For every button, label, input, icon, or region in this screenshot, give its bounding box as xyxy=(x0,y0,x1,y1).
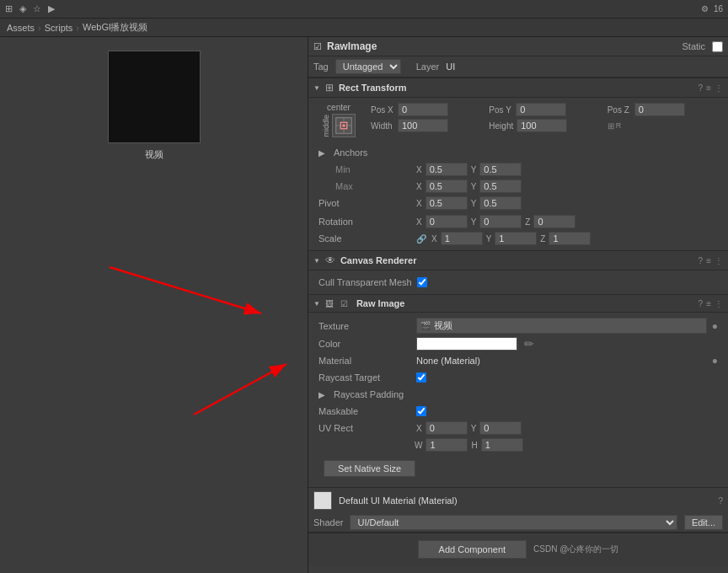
canvas-renderer-body: Cull Transparent Mesh xyxy=(308,270,728,294)
max-x-label: X xyxy=(416,182,422,191)
play-icon[interactable]: ▶ xyxy=(48,3,55,14)
maskable-row: Maskable xyxy=(313,403,723,420)
max-y-input[interactable] xyxy=(479,179,522,193)
maskable-checkbox[interactable] xyxy=(416,406,426,416)
min-x-input[interactable] xyxy=(426,163,468,176)
expand-icon[interactable]: ⊞ xyxy=(608,121,614,131)
question-icon[interactable]: ? xyxy=(699,83,704,93)
uv-wh-row: W H xyxy=(313,436,723,453)
uv-h-input[interactable] xyxy=(481,438,523,452)
min-y-input[interactable] xyxy=(479,163,522,176)
pivot-y-label: Y xyxy=(471,199,477,208)
uv-x-input[interactable] xyxy=(426,421,468,435)
scale-z-label: Z xyxy=(540,234,545,244)
pivot-y-input[interactable] xyxy=(479,196,522,210)
static-checkbox[interactable] xyxy=(712,41,723,52)
breadcrumb-part-0[interactable]: Assets xyxy=(7,23,35,33)
tag-select[interactable]: Untagged xyxy=(335,59,401,74)
raw-image-section-header[interactable]: ▼ 🖼 ☑ Raw Image ? ≡ ⋮ xyxy=(308,294,728,313)
pos-x-label: Pos X xyxy=(371,105,394,115)
video-label: 视频 xyxy=(145,148,163,161)
raycast-target-checkbox[interactable] xyxy=(416,372,426,383)
rawimage-checkbox[interactable]: ☑ xyxy=(313,41,322,52)
cr-settings-icon[interactable]: ≡ xyxy=(706,256,711,265)
min-label: Min xyxy=(318,164,411,174)
pos-z-field: Pos Z xyxy=(608,103,723,116)
width-input[interactable] xyxy=(398,119,448,132)
pos-y-label: Pos Y xyxy=(489,105,512,115)
rot-x-input[interactable] xyxy=(426,215,468,228)
rot-z-input[interactable] xyxy=(533,215,575,228)
breadcrumb-sep-1: › xyxy=(76,23,79,33)
uv-rect-values: X Y xyxy=(416,421,522,435)
ri-settings-icon[interactable]: ≡ xyxy=(706,299,711,308)
rotation-xyz: X Y Z xyxy=(416,215,575,228)
scale-x-input[interactable] xyxy=(441,232,483,245)
breadcrumb-part-1[interactable]: Scripts xyxy=(45,23,73,33)
anchors-min-row: Min X Y xyxy=(313,161,723,178)
material-select-icon[interactable]: ● xyxy=(712,355,718,367)
layer-value: UI xyxy=(446,62,455,72)
set-native-size-container: Set Native Size xyxy=(313,453,723,484)
pivot-x-input[interactable] xyxy=(426,196,468,210)
scale-y-input[interactable] xyxy=(495,232,537,245)
breadcrumb-part-2[interactable]: WebGl播放视频 xyxy=(83,21,147,34)
canvas-renderer-actions: ? ≡ ⋮ xyxy=(699,256,723,265)
anchors-triangle[interactable]: ▶ xyxy=(318,148,325,158)
material-thumb xyxy=(313,491,332,510)
shader-edit-button[interactable]: Edit... xyxy=(684,515,723,530)
shader-label: Shader xyxy=(313,517,343,527)
scale-z-input[interactable] xyxy=(549,232,591,245)
canvas-renderer-triangle: ▼ xyxy=(313,257,320,265)
pivot-x-label: X xyxy=(416,199,422,208)
material-question-icon[interactable]: ? xyxy=(718,496,723,506)
anchor-diagram[interactable] xyxy=(332,114,356,137)
scale-y-label: Y xyxy=(486,234,492,244)
star-icon[interactable]: ☆ xyxy=(33,3,41,14)
add-component-button[interactable]: Add Component xyxy=(418,540,527,559)
rect-transform-section-header[interactable]: ▼ ⊞ Rect Transform ? ≡ ⋮ xyxy=(308,78,728,98)
material-label: Material xyxy=(318,356,411,366)
grid-icon[interactable]: ⊞ xyxy=(5,3,13,14)
ri-more-icon[interactable]: ⋮ xyxy=(715,299,723,308)
cr-question-icon[interactable]: ? xyxy=(699,256,704,265)
uv-w-input[interactable] xyxy=(426,438,468,452)
diamond-icon[interactable]: ◈ xyxy=(19,3,26,14)
uv-y-input[interactable] xyxy=(479,421,522,435)
set-native-size-button[interactable]: Set Native Size xyxy=(324,460,415,477)
pos-z-input[interactable] xyxy=(634,103,685,116)
width-field: Width xyxy=(371,119,486,132)
raycast-padding-label: Raycast Padding xyxy=(334,389,426,399)
layers-icon[interactable]: ⚙ xyxy=(701,4,709,13)
max-y-label: Y xyxy=(471,182,477,191)
more-icon[interactable]: ⋮ xyxy=(715,83,723,93)
height-input[interactable] xyxy=(517,119,567,132)
settings-icon[interactable]: ≡ xyxy=(706,83,711,93)
color-swatch[interactable] xyxy=(416,337,517,351)
max-x-input[interactable] xyxy=(426,179,468,193)
eye-icon: 👁 xyxy=(325,254,335,266)
raw-image-icon: 🖼 xyxy=(325,299,334,308)
raw-image-checkbox-icon[interactable]: ☑ xyxy=(340,299,348,308)
color-picker-icon[interactable]: ✏ xyxy=(524,337,534,351)
color-label: Color xyxy=(318,339,411,349)
svg-line-2 xyxy=(110,267,261,313)
max-label: Max xyxy=(318,181,411,191)
pos-x-input[interactable] xyxy=(398,103,448,116)
raw-image-title: Raw Image xyxy=(356,298,404,308)
uv-rect-row: UV Rect X Y xyxy=(313,420,723,436)
cull-checkbox[interactable] xyxy=(417,277,427,287)
cr-more-icon[interactable]: ⋮ xyxy=(715,256,723,265)
pos-y-input[interactable] xyxy=(516,103,566,116)
toolbar-icons: ⊞ ◈ ☆ ▶ xyxy=(5,3,55,14)
canvas-renderer-section-header[interactable]: ▼ 👁 Canvas Renderer ? ≡ ⋮ xyxy=(308,250,728,270)
rot-y-input[interactable] xyxy=(479,215,522,228)
texture-row: Texture 🎬 视频 ● xyxy=(313,316,723,335)
shader-select[interactable]: UI/Default xyxy=(350,515,677,530)
resize-hint: R xyxy=(616,121,622,130)
layer-label: Layer xyxy=(416,62,440,72)
ri-question-icon[interactable]: ? xyxy=(699,299,704,308)
raycast-padding-triangle[interactable]: ▶ xyxy=(318,390,325,399)
texture-select-icon[interactable]: ● xyxy=(712,320,718,332)
pivot-label: Pivot xyxy=(318,198,411,208)
